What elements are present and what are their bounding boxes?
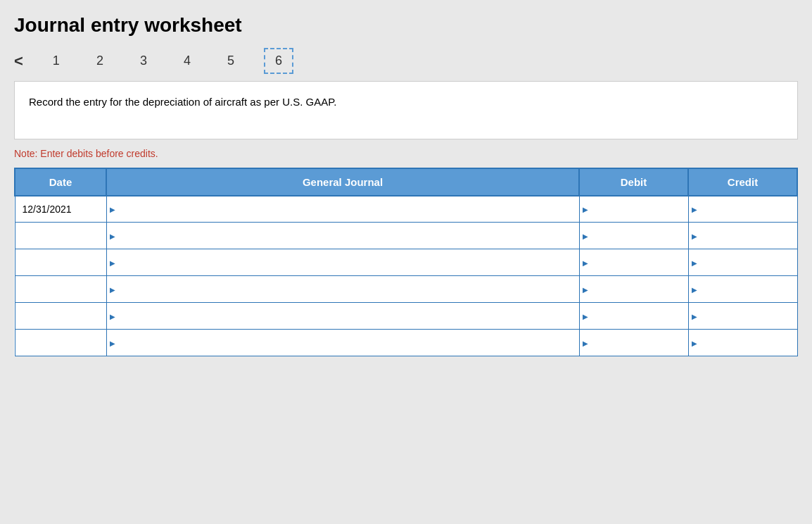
description-text: Record the entry for the depreciation of… — [29, 96, 336, 108]
date-cell-5 — [15, 303, 106, 330]
header-debit: Debit — [579, 168, 688, 196]
header-general-journal: General Journal — [106, 168, 579, 196]
nav-item-5[interactable]: 5 — [220, 49, 241, 73]
general-journal-cell-4[interactable] — [106, 276, 579, 303]
general-journal-cell-3[interactable] — [106, 249, 579, 276]
credit-cell-4[interactable] — [688, 276, 797, 303]
header-date: Date — [15, 168, 106, 196]
nav-item-6[interactable]: 6 — [264, 48, 293, 74]
nav-item-4[interactable]: 4 — [177, 49, 198, 73]
debit-cell-3[interactable] — [579, 249, 688, 276]
header-credit: Credit — [688, 168, 797, 196]
credit-cell-2[interactable] — [688, 223, 797, 249]
debit-cell-2[interactable] — [579, 223, 688, 249]
note-text: Note: Enter debits before credits. — [14, 148, 798, 159]
general-journal-cell-5[interactable] — [106, 303, 579, 330]
credit-cell-3[interactable] — [688, 249, 797, 276]
table-row — [15, 276, 797, 303]
debit-cell-6[interactable] — [579, 330, 688, 356]
page-title: Journal entry worksheet — [14, 14, 798, 37]
credit-cell-1[interactable] — [688, 196, 797, 223]
general-journal-cell-6[interactable] — [106, 330, 579, 356]
date-cell-3 — [15, 249, 106, 276]
journal-table: Date General Journal Debit Credit 12/31/… — [14, 168, 798, 357]
date-cell-2 — [15, 223, 106, 249]
debit-cell-5[interactable] — [579, 303, 688, 330]
table-row — [15, 330, 797, 356]
nav-item-1[interactable]: 1 — [46, 49, 67, 73]
table-row — [15, 223, 797, 249]
nav-row: < 1 2 3 4 5 6 — [14, 48, 798, 80]
general-journal-cell-2[interactable] — [106, 223, 579, 249]
credit-cell-5[interactable] — [688, 303, 797, 330]
nav-item-3[interactable]: 3 — [133, 49, 154, 73]
credit-cell-6[interactable] — [688, 330, 797, 356]
date-cell-4 — [15, 276, 106, 303]
debit-cell-4[interactable] — [579, 276, 688, 303]
date-cell-6 — [15, 330, 106, 356]
nav-item-2[interactable]: 2 — [89, 49, 110, 73]
general-journal-cell-1[interactable] — [106, 196, 579, 223]
table-row — [15, 303, 797, 330]
table-row — [15, 249, 797, 276]
debit-cell-1[interactable] — [579, 196, 688, 223]
table-row: 12/31/2021 — [15, 196, 797, 223]
prev-chevron[interactable]: < — [14, 52, 23, 70]
date-cell-1: 12/31/2021 — [15, 196, 106, 223]
description-box: Record the entry for the depreciation of… — [14, 81, 798, 139]
